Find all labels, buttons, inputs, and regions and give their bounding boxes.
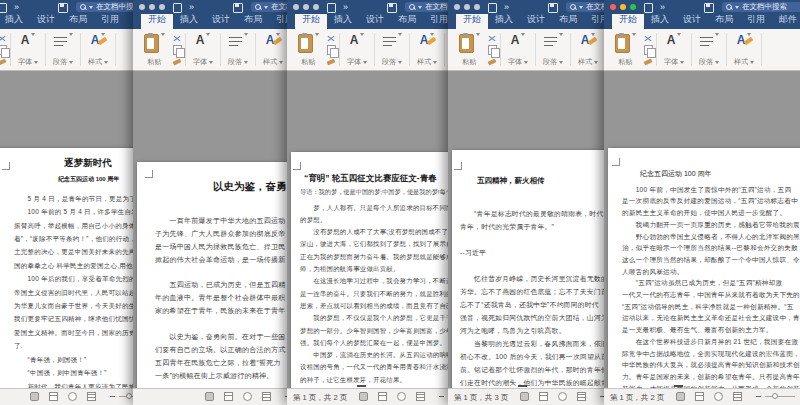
minimize-button[interactable] xyxy=(620,4,626,10)
paragraph-group[interactable]: 段落 xyxy=(692,29,726,70)
zoom-out-icon[interactable] xyxy=(439,396,444,397)
font-group[interactable]: A 字体 xyxy=(657,29,691,70)
view-read-mode-icon[interactable] xyxy=(676,392,685,401)
save-icon[interactable] xyxy=(233,3,243,13)
view-web-layout-icon[interactable] xyxy=(68,392,77,401)
copy-icon[interactable] xyxy=(327,45,336,55)
view-web-layout-icon[interactable] xyxy=(714,392,723,401)
save-icon[interactable] xyxy=(58,3,68,13)
view-outline-icon[interactable] xyxy=(87,392,96,401)
font-group[interactable]: A 字体 xyxy=(11,29,45,70)
toolbar-overflow-icon[interactable]: » xyxy=(14,1,19,13)
save-icon[interactable] xyxy=(548,3,558,13)
view-outline-icon[interactable] xyxy=(262,392,271,401)
styles-group[interactable]: A 样式 xyxy=(256,29,290,70)
format-painter-icon[interactable] xyxy=(173,58,182,65)
format-painter-icon[interactable] xyxy=(488,58,497,65)
toolbar-overflow-icon[interactable]: » xyxy=(343,1,348,13)
minimize-button[interactable] xyxy=(464,4,470,10)
margin-crop-mark xyxy=(2,162,10,170)
view-print-layout-icon[interactable] xyxy=(695,392,704,401)
page-count-label: 第 1 页，共 2 页 xyxy=(293,393,347,403)
paste-button[interactable]: 粘贴 xyxy=(291,29,326,70)
paragraph-group[interactable]: 段落 xyxy=(375,29,409,70)
format-painter-icon[interactable] xyxy=(327,58,336,65)
zoom-button[interactable] xyxy=(313,4,319,10)
paste-button[interactable]: 粘贴 xyxy=(452,29,487,70)
close-button[interactable] xyxy=(610,4,616,10)
chevron-down-icon xyxy=(276,33,280,36)
close-button[interactable] xyxy=(293,4,299,10)
document-page[interactable]: 纪念五四运动 100 周年 100 年前，中国发生了震惊中外的“五四”运动，五四… xyxy=(608,148,800,389)
view-read-mode-icon[interactable] xyxy=(359,392,368,401)
page-footer-mark xyxy=(674,385,683,387)
minimize-button[interactable] xyxy=(303,4,309,10)
zoom-slider[interactable] xyxy=(765,396,795,397)
traffic-lights xyxy=(610,4,636,10)
document-canvas[interactable]: 纪念五四运动 100 周年 100 年前，中国发生了震惊中外的“五四”运动，五四… xyxy=(604,72,800,389)
paste-button[interactable]: 粘贴 xyxy=(608,29,643,70)
view-outline-icon[interactable] xyxy=(416,392,425,401)
styles-group[interactable]: A 样式 xyxy=(727,29,761,70)
minimize-button[interactable] xyxy=(149,4,155,10)
zoom-slider-handle[interactable] xyxy=(126,393,132,399)
zoom-button[interactable] xyxy=(474,4,480,10)
view-read-mode-icon[interactable] xyxy=(520,392,529,401)
view-web-layout-icon[interactable] xyxy=(558,392,567,401)
zoom-out-icon[interactable] xyxy=(110,396,115,397)
view-print-layout-icon[interactable] xyxy=(378,392,387,401)
format-painter-icon[interactable] xyxy=(644,58,653,65)
copy-icon[interactable] xyxy=(173,45,182,55)
zoom-button[interactable] xyxy=(159,4,165,10)
view-outline-icon[interactable] xyxy=(577,392,586,401)
close-button[interactable] xyxy=(139,4,145,10)
copy-icon[interactable] xyxy=(0,45,7,55)
zoom-out-icon[interactable] xyxy=(756,396,761,397)
view-web-layout-icon[interactable] xyxy=(243,392,252,401)
zoom-button[interactable] xyxy=(630,4,636,10)
paragraph-group-label: 段落 xyxy=(53,57,67,67)
chevron-down-icon xyxy=(559,33,563,36)
clipboard-mini-buttons xyxy=(643,29,656,70)
page-footer-mark xyxy=(518,385,527,387)
paste-button[interactable]: 粘贴 xyxy=(137,29,172,70)
styles-group[interactable]: A 样式 xyxy=(571,29,605,70)
font-group-label: 字体 xyxy=(347,57,361,67)
view-print-layout-icon[interactable] xyxy=(49,392,58,401)
toolbar-overflow-icon[interactable]: » xyxy=(660,1,665,13)
cut-icon[interactable] xyxy=(173,35,181,42)
view-read-mode-icon[interactable] xyxy=(205,392,214,401)
font-group[interactable]: A 字体 xyxy=(186,29,220,70)
cut-icon[interactable] xyxy=(488,35,496,42)
paragraph-group[interactable]: 段落 xyxy=(46,29,80,70)
zoom-slider-handle[interactable] xyxy=(772,393,778,399)
styles-group-label: 样式 xyxy=(263,57,277,67)
search-input[interactable]: 在文档中搜索 xyxy=(722,2,800,12)
cut-icon[interactable] xyxy=(0,35,6,42)
font-group[interactable]: A 字体 xyxy=(501,29,535,70)
copy-icon[interactable] xyxy=(644,45,653,55)
save-icon[interactable] xyxy=(704,3,714,13)
view-print-layout-icon[interactable] xyxy=(539,392,548,401)
view-read-mode-icon[interactable] xyxy=(30,392,39,401)
toolbar-overflow-icon[interactable]: » xyxy=(189,1,194,13)
font-group-label: 字体 xyxy=(664,57,678,67)
styles-group-label: 样式 xyxy=(417,57,431,67)
copy-icon[interactable] xyxy=(488,45,497,55)
paragraph-group[interactable]: 段落 xyxy=(536,29,570,70)
format-painter-icon[interactable] xyxy=(0,58,6,65)
font-group[interactable]: A 字体 xyxy=(340,29,374,70)
close-button[interactable] xyxy=(454,4,460,10)
chevron-down-icon xyxy=(279,61,283,64)
view-outline-icon[interactable] xyxy=(733,392,742,401)
window-titlebar[interactable]: » 在文档中搜索 xyxy=(604,0,800,14)
cut-icon[interactable] xyxy=(644,35,652,42)
paragraph-group[interactable]: 段落 xyxy=(221,29,255,70)
view-print-layout-icon[interactable] xyxy=(224,392,233,401)
toolbar-overflow-icon[interactable]: » xyxy=(504,1,509,13)
styles-group[interactable]: A 样式 xyxy=(81,29,115,70)
cut-icon[interactable] xyxy=(327,35,335,42)
save-icon[interactable] xyxy=(387,3,397,13)
view-web-layout-icon[interactable] xyxy=(397,392,406,401)
styles-group[interactable]: A 样式 xyxy=(410,29,444,70)
